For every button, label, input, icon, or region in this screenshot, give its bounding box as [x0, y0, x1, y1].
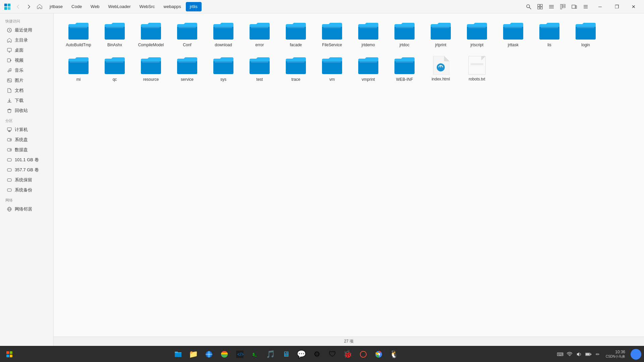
- file-item[interactable]: WEB-INF: [388, 53, 421, 85]
- taskbar-app-git[interactable]: [356, 347, 370, 361]
- svg-rect-51: [7, 189, 11, 191]
- sidebar-item-recent[interactable]: 最近使用: [1, 25, 52, 35]
- file-item[interactable]: CompileModel: [134, 19, 168, 51]
- file-item[interactable]: jrtdemo: [352, 19, 385, 51]
- restore-button[interactable]: ❐: [609, 1, 625, 12]
- close-button[interactable]: ✕: [626, 1, 641, 12]
- partition-label: 分区: [0, 116, 53, 125]
- sidebar-item-computer[interactable]: 计算机: [1, 125, 52, 134]
- file-item[interactable]: facade: [279, 19, 313, 51]
- sidebar-item-label: 最近使用: [15, 27, 32, 33]
- file-label: resource: [143, 77, 159, 82]
- file-item[interactable]: Conf: [170, 19, 204, 51]
- file-item[interactable]: BinAshx: [98, 19, 131, 51]
- file-item[interactable]: download: [207, 19, 240, 51]
- file-item[interactable]: mi: [62, 53, 95, 85]
- file-item[interactable]: lis: [533, 19, 566, 51]
- taskbar-start-button[interactable]: [3, 348, 16, 361]
- file-item[interactable]: login: [569, 19, 602, 51]
- svg-text:</>: </>: [237, 352, 244, 357]
- sidebar-item-pictures[interactable]: 图片: [1, 76, 52, 85]
- user-avatar[interactable]: [631, 349, 641, 360]
- preview-button[interactable]: [569, 2, 580, 11]
- taskbar-app-chrome[interactable]: [372, 347, 386, 361]
- grid-view-button[interactable]: [535, 2, 545, 11]
- file-item[interactable]: service: [170, 53, 204, 85]
- svg-marker-28: [10, 59, 11, 61]
- file-item[interactable]: qc: [98, 53, 131, 85]
- folder-icon: [285, 21, 307, 41]
- tab-code[interactable]: Code: [67, 2, 86, 11]
- taskbar-app-folder[interactable]: 📁: [186, 347, 201, 361]
- sidebar-item-label: 系统备份: [15, 187, 32, 193]
- file-item[interactable]: vmprint: [352, 53, 385, 85]
- tab-webloader[interactable]: WebLoader: [104, 2, 135, 11]
- svg-rect-16: [572, 5, 575, 8]
- sidebar-item-desktop[interactable]: 桌面: [1, 46, 52, 55]
- sidebar-item-sysdisk[interactable]: 系统盘: [1, 135, 52, 144]
- sidebar-item-documents[interactable]: 文档: [1, 86, 52, 95]
- sidebar-item-music[interactable]: 音乐: [1, 66, 52, 75]
- taskbar-app-browser1[interactable]: [202, 347, 216, 361]
- taskbar-app-code[interactable]: </>: [233, 347, 247, 361]
- taskbar-app-shield[interactable]: 🛡: [325, 347, 339, 361]
- sidebar-item-network[interactable]: 网络邻居: [1, 204, 52, 214]
- sidebar-item-downloads[interactable]: 下载: [1, 96, 52, 105]
- tray-keyboard[interactable]: ⌨: [556, 350, 564, 358]
- taskbar-app-bug[interactable]: 🐞: [341, 347, 355, 361]
- file-item[interactable]: jrtprint: [424, 19, 458, 51]
- sidebar-item-vol2[interactable]: 357.7 GB 卷: [1, 165, 52, 175]
- file-item[interactable]: resource: [134, 53, 168, 85]
- file-item[interactable]: robots.txt: [460, 53, 494, 85]
- sidebar-item-vol1[interactable]: 101.1 GB 卷: [1, 155, 52, 165]
- back-button[interactable]: [13, 2, 23, 11]
- sidebar-item-sysreserve[interactable]: 系统保留: [1, 175, 52, 185]
- file-item[interactable]: vm: [315, 53, 349, 85]
- tab-web[interactable]: Web: [87, 2, 104, 11]
- taskbar-app-files[interactable]: [171, 347, 185, 361]
- file-item[interactable]: error: [243, 19, 276, 51]
- svg-rect-59: [6, 355, 9, 357]
- sidebar-item-sysbackup[interactable]: 系统备份: [1, 185, 52, 195]
- sidebar-item-datadisk[interactable]: 数据盘: [1, 145, 52, 155]
- file-item[interactable]: jrtdoc: [388, 19, 421, 51]
- file-item[interactable]: index.html: [424, 53, 458, 85]
- taskbar-app-music[interactable]: 🎵: [264, 347, 278, 361]
- svg-rect-9: [540, 7, 542, 9]
- file-item[interactable]: FileService: [315, 19, 349, 51]
- file-item[interactable]: trace: [279, 53, 313, 85]
- tray-sound[interactable]: [575, 350, 583, 358]
- file-label: robots.txt: [469, 77, 485, 82]
- file-item[interactable]: jrttask: [496, 19, 530, 51]
- taskbar-app-penguin[interactable]: 🐧: [387, 347, 401, 361]
- tray-battery[interactable]: [584, 350, 592, 358]
- taskbar-app-settings[interactable]: ⚙: [310, 347, 324, 361]
- taskbar-app-terminal[interactable]: $_: [248, 347, 262, 361]
- file-item[interactable]: jrtscript: [460, 19, 494, 51]
- tab-webapps[interactable]: webapps: [160, 2, 185, 11]
- clock-time: 10:36: [606, 350, 625, 354]
- tray-pencil[interactable]: ✏: [594, 350, 602, 358]
- tab-websrc[interactable]: WebSrc: [136, 2, 159, 11]
- taskbar-app-browser2[interactable]: [217, 347, 231, 361]
- forward-button[interactable]: [24, 2, 34, 11]
- detail-view-button[interactable]: [557, 2, 568, 11]
- sidebar-item-home[interactable]: 主目录: [1, 36, 52, 45]
- taskbar-app-screen[interactable]: 🖥: [279, 347, 293, 361]
- list-view-button[interactable]: [546, 2, 557, 11]
- tab-jrtlis[interactable]: jrtlis: [186, 2, 202, 11]
- file-label: login: [581, 43, 590, 48]
- home-button[interactable]: [35, 2, 44, 11]
- menu-button[interactable]: [580, 2, 591, 11]
- file-item[interactable]: test: [243, 53, 276, 85]
- minimize-button[interactable]: ─: [592, 1, 608, 12]
- sidebar-item-trash[interactable]: 回收站: [1, 106, 52, 115]
- file-item[interactable]: AutoBuildTmp: [62, 19, 95, 51]
- tray-wifi[interactable]: [566, 350, 574, 358]
- search-button[interactable]: [523, 2, 534, 11]
- tab-jrtbase[interactable]: jrtbase: [46, 2, 67, 11]
- file-item[interactable]: sys: [207, 53, 240, 85]
- sidebar-item-videos[interactable]: 视频: [1, 56, 52, 65]
- sidebar-item-label: 回收站: [15, 108, 28, 114]
- taskbar-app-chat[interactable]: 💬: [294, 347, 309, 361]
